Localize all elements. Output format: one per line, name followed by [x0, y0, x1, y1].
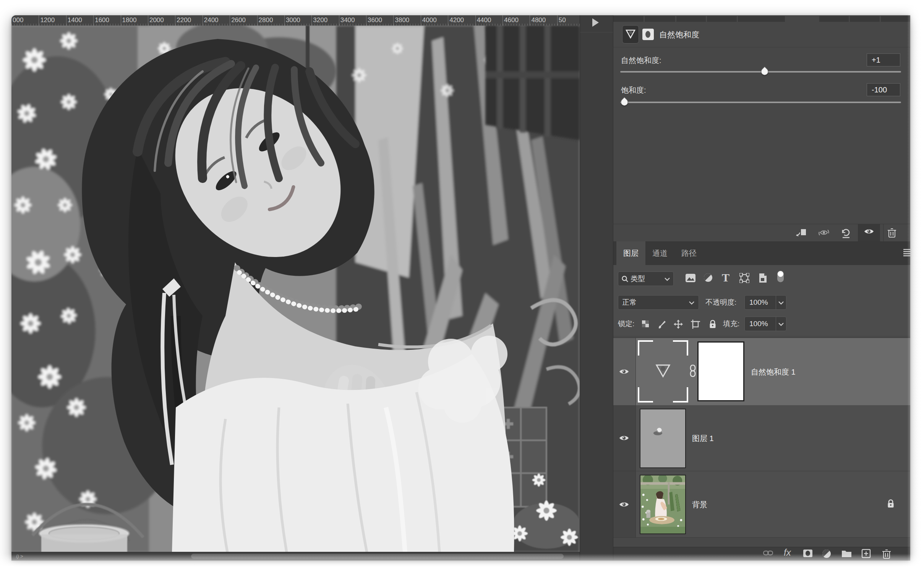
clip-to-layer-icon[interactable]	[796, 228, 807, 238]
lock-position-move-icon[interactable]	[674, 320, 683, 329]
blend-mode-dropdown[interactable]: 正常	[618, 295, 699, 310]
adjustment-tile[interactable]	[881, 16, 910, 22]
opacity-label: 不透明度:	[705, 295, 736, 310]
blend-mode-row: 正常 不透明度: 100%	[613, 292, 910, 312]
ruler-tick: 3600	[366, 15, 393, 26]
layer-thumbnail[interactable]	[640, 409, 686, 468]
lock-all-icon[interactable]	[708, 319, 717, 329]
vibrance-adjustment-icon[interactable]	[622, 25, 639, 44]
filter-shape-layers-icon[interactable]	[739, 273, 749, 283]
adjustment-tiles-strip	[613, 16, 910, 22]
ruler-tick: 1600	[93, 15, 120, 26]
vibrance-triangle-icon	[655, 364, 671, 378]
fill-dropdown[interactable]: 100%	[744, 317, 786, 331]
vibrance-value-input[interactable]: +1	[867, 53, 900, 66]
layer-row-background[interactable]: 背景	[613, 471, 910, 538]
panel-menu-icon[interactable]	[903, 249, 910, 257]
vibrance-slider-thumb[interactable]	[759, 66, 770, 77]
view-previous-state-icon[interactable]	[819, 228, 829, 238]
layer-style-fx-icon[interactable]: fx	[784, 547, 791, 558]
adjustment-tile[interactable]	[819, 16, 849, 22]
filter-type-dropdown[interactable]: 类型	[618, 272, 674, 286]
layer-name[interactable]: 自然饱和度 1	[751, 367, 796, 377]
adjustment-tile[interactable]	[738, 16, 785, 22]
add-layer-mask-icon[interactable]	[803, 549, 813, 558]
ruler-tick: 2200	[175, 15, 202, 26]
reset-adjustment-icon[interactable]	[841, 228, 851, 238]
eye-icon	[619, 434, 629, 442]
layer-row-vibrance[interactable]: 自然饱和度 1	[613, 338, 910, 406]
chevron-down-icon	[689, 300, 695, 305]
background-thumbnail[interactable]	[640, 475, 686, 534]
mask-properties-icon[interactable]	[642, 29, 654, 40]
saturation-slider[interactable]	[620, 102, 901, 103]
tab-layers[interactable]: 图层	[616, 241, 645, 265]
filter-smart-objects-icon[interactable]	[758, 273, 767, 283]
saturation-label: 饱和度:	[621, 83, 646, 97]
ruler-tick: 1400	[66, 15, 93, 26]
adjustment-thumbnail[interactable]	[638, 340, 688, 403]
ruler-tick: 4600	[503, 15, 530, 26]
right-panel: 自然饱和度 自然饱和度: +1 饱和度: -100	[613, 15, 910, 561]
horizontal-scrollbar[interactable]	[191, 554, 564, 559]
new-adjustment-layer-icon[interactable]	[822, 549, 831, 558]
adjustment-tile[interactable]	[676, 16, 706, 22]
layer-mask-thumbnail[interactable]	[697, 341, 744, 401]
delete-adjustment-icon[interactable]	[887, 228, 897, 238]
ruler-tick: 4800	[530, 15, 557, 26]
lock-artboard-icon[interactable]	[691, 320, 700, 329]
mask-link-icon[interactable]	[689, 365, 697, 377]
lock-pixels-brush-icon[interactable]	[658, 320, 667, 329]
adjustment-tile[interactable]	[613, 16, 644, 22]
ruler-tick: 2000	[148, 15, 175, 26]
ruler-tick: 2800	[257, 15, 284, 26]
link-layers-icon[interactable]	[763, 549, 773, 557]
visibility-cell[interactable]	[613, 338, 636, 405]
tab-channels[interactable]: 通道	[645, 241, 674, 265]
visibility-cell[interactable]	[613, 405, 636, 471]
canvas-photo[interactable]	[11, 26, 580, 552]
divider	[580, 32, 613, 32]
toggle-visibility-button[interactable]	[858, 224, 880, 242]
layer-filter-row: 类型 T	[613, 265, 910, 293]
filter-adjustment-layers-icon[interactable]	[704, 273, 713, 282]
visibility-cell[interactable]	[613, 471, 636, 537]
properties-header: 自然饱和度	[613, 22, 910, 47]
eye-icon	[619, 501, 629, 508]
layer-name[interactable]: 背景	[692, 499, 707, 510]
search-icon	[621, 275, 628, 282]
tab-paths[interactable]: 路径	[674, 241, 704, 265]
new-group-folder-icon[interactable]	[841, 549, 851, 558]
chevron-down-icon	[776, 322, 786, 326]
vibrance-slider[interactable]	[620, 71, 901, 73]
layers-list: 自然饱和度 1 图层 1	[613, 336, 910, 547]
lock-row: 锁定: 填充: 100%	[613, 312, 910, 336]
panel-title: 自然饱和度	[659, 29, 699, 40]
status-text: i) >	[16, 553, 23, 559]
eye-icon	[619, 368, 629, 375]
new-layer-icon[interactable]	[861, 549, 871, 558]
filter-text-layers-icon[interactable]: T	[722, 271, 729, 284]
adjustment-tile[interactable]	[645, 16, 675, 22]
opacity-value: 100%	[745, 298, 776, 307]
background-lock-icon	[887, 499, 895, 508]
layer-name[interactable]: 图层 1	[692, 433, 714, 444]
ruler-tick: 1200	[39, 15, 66, 26]
filter-pixel-layers-icon[interactable]	[685, 273, 696, 283]
opacity-dropdown[interactable]: 100%	[744, 295, 786, 310]
blend-mode-value: 正常	[622, 297, 689, 307]
delete-layer-icon[interactable]	[882, 549, 892, 559]
panel-tabs: 图层 通道 路径	[613, 241, 910, 265]
ruler-tick: 4400	[475, 15, 503, 26]
filter-toggle-icon[interactable]	[777, 270, 784, 283]
lock-transparency-icon[interactable]	[642, 320, 649, 327]
adjustment-tile[interactable]	[707, 16, 736, 22]
adjustment-tile[interactable]	[850, 16, 879, 22]
saturation-slider-thumb[interactable]	[619, 97, 630, 107]
photoshop-window: 0001200140016001800200022002400260028003…	[11, 15, 910, 561]
expand-panel-arrow-icon[interactable]	[592, 18, 599, 27]
canvas-area: 0001200140016001800200022002400260028003…	[11, 15, 580, 561]
layer-row-layer1[interactable]: 图层 1	[613, 405, 910, 471]
fence	[485, 26, 580, 140]
saturation-value-input[interactable]: -100	[867, 83, 900, 96]
